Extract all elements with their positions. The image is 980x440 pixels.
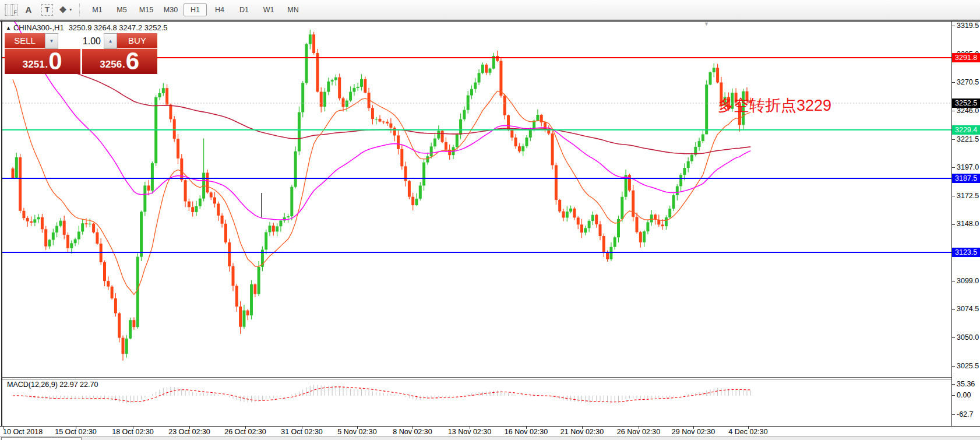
time-axis-label: 26 Oct 02:30 [224,428,266,436]
macd-pane[interactable] [2,379,951,427]
price-badge-3252.5: 3252.5 [952,98,980,108]
candle-body [338,78,341,98]
candle-body [195,206,198,212]
time-axis-tick [189,427,190,429]
timeframe-button-MN[interactable]: MN [281,3,305,16]
time-axis-label: 4 Dec 02:30 [728,428,767,436]
tick-dash [952,309,955,310]
candle-body [272,226,275,231]
main-chart-canvas[interactable] [2,22,951,377]
candlestick-chart[interactable] [2,22,951,377]
candle-body [474,83,477,89]
textbox-t-icon[interactable]: T [40,3,55,17]
candle-body [459,119,462,135]
timeframe-button-W1[interactable]: W1 [257,3,280,16]
shapes-icon[interactable]: ❖ ▼ [58,3,73,17]
timeframe-button-M15[interactable]: M15 [135,3,158,16]
candle-body [364,79,366,93]
time-axis-label: 13 Nov 02:30 [448,428,491,436]
candle-body [558,200,561,212]
candle-body [287,216,290,217]
time-axis-tick [639,427,639,429]
text-a-icon[interactable]: A [21,3,36,17]
buy-button[interactable]: BUY [117,33,157,49]
buy-price-box[interactable]: 3256.6 [82,49,158,74]
candle-body [320,92,323,107]
candle-body [59,221,62,226]
grid-pattern-f-icon[interactable]: F [5,4,17,16]
volume-input[interactable] [58,33,104,49]
one-click-trade-panel: SELL ▼ ▲ BUY 3251.0 3256.6 [5,33,157,74]
candle-body [433,139,436,147]
candle-body [305,44,308,83]
candle-body [352,88,355,92]
timeframe-button-D1[interactable]: D1 [232,3,256,16]
candle-body [283,217,286,221]
candle-body [419,185,422,198]
candle-body [169,104,172,119]
sell-button[interactable]: SELL [5,33,45,49]
candle-body [242,311,245,327]
pane-separator [1,377,951,378]
macd-signal-line [13,387,750,402]
candle-body [228,242,231,266]
timeframe-button-M30[interactable]: M30 [159,3,182,16]
timeframe-button-H1[interactable]: H1 [184,3,207,16]
sell-price-box[interactable]: 3251.0 [5,49,80,74]
sell-price-big-digit: 0 [48,50,62,72]
candle-body [129,320,132,339]
chart-window-tab[interactable] [1,437,82,440]
candle-body [521,146,524,152]
timeframe-button-H4[interactable]: H4 [208,3,231,16]
tick-dash [952,384,955,385]
tick-dash [952,224,955,225]
candle-body [294,152,297,187]
candle-body [22,211,25,218]
candle-body [382,122,385,122]
price-badge-3291.8: 3291.8 [952,53,980,62]
candle-body [334,78,337,80]
candle-body [111,287,114,298]
time-axis-tick [526,427,527,429]
volume-increase-button[interactable]: ▲ [104,33,117,49]
candle-body [485,65,488,73]
time-axis-label: 10 Oct 2018 [3,428,43,436]
candle-body [269,226,272,232]
time-axis[interactable]: 10 Oct 201815 Oct 02:3018 Oct 02:3023 Oc… [0,426,980,437]
candle-body [672,195,675,209]
candle-body [309,34,312,44]
price-axis-tick: 3074.5 [952,305,979,314]
time-axis-label: 26 Nov 02:30 [617,428,660,436]
macd-chart[interactable] [2,379,951,426]
time-axis-label: 23 Oct 02:30 [168,428,210,436]
tick-dash [952,26,955,26]
candle-body [147,185,150,191]
candle-body [665,217,668,226]
candle-body [290,187,293,216]
toolbar-separator [79,3,80,16]
candle-body [639,232,642,242]
price-badge-3123.5: 3123.5 [952,248,980,257]
time-axis-tick [245,427,246,429]
tick-dash [952,111,955,111]
volume-decrease-button[interactable]: ▼ [45,33,58,49]
timeframe-group: M1M5M15M30H1H4D1W1MN [85,3,305,16]
timeframe-button-M1[interactable]: M1 [86,3,109,16]
candle-body [496,56,499,61]
candle-body [191,207,194,212]
price-axis[interactable]: 3319.53295.03270.53246.03221.53197.03172… [952,22,980,437]
candle-body [375,119,378,119]
collapse-triangle-icon[interactable]: ▲ [6,25,11,31]
candle-body [415,199,418,205]
candle-body [448,150,451,155]
candle-body [37,217,40,220]
candle-body [301,83,304,112]
price-axis-tick: 3270.5 [952,78,979,87]
chart-shift-marker-icon[interactable]: ▼ [704,21,709,27]
time-axis-tick [76,427,76,429]
textbox-t-glyph: T [41,4,53,16]
timeframe-button-M5[interactable]: M5 [110,3,133,16]
tick-dash [952,337,955,338]
candle-body [96,233,98,244]
candle-body [456,135,459,147]
